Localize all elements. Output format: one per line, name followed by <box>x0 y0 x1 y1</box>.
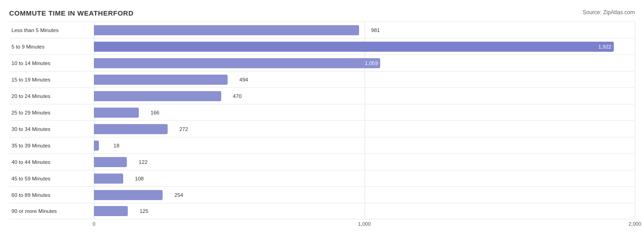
bar-fill: 166 <box>94 108 139 118</box>
grid-line <box>635 88 635 104</box>
bar-fill: 470 <box>94 91 221 101</box>
bar-row: Less than 5 Minutes981 <box>9 22 635 38</box>
x-axis-tick: 0 <box>93 221 95 227</box>
bar-track: 494 <box>94 71 635 87</box>
bar-value: 1,059 <box>365 60 378 66</box>
bar-track: 470 <box>94 88 635 104</box>
bar-value: 166 <box>151 110 159 115</box>
grid-line <box>365 137 365 153</box>
bar-track: 1,922 <box>94 38 635 54</box>
grid-line <box>635 55 635 71</box>
bar-row: 35 to 39 Minutes18 <box>9 137 635 153</box>
bar-track: 166 <box>94 104 635 120</box>
bar-row: 5 to 9 Minutes1,922 <box>9 38 635 54</box>
bar-fill: 122 <box>94 157 127 167</box>
bar-value: 125 <box>140 208 148 214</box>
bar-fill: 272 <box>94 124 168 134</box>
bar-track: 122 <box>94 154 635 170</box>
bar-label: 35 to 39 Minutes <box>9 143 94 148</box>
bar-track: 272 <box>94 121 635 137</box>
bar-value: 254 <box>175 192 183 198</box>
bar-track: 254 <box>94 187 635 203</box>
bar-label: 60 to 89 Minutes <box>9 192 94 198</box>
grid-line <box>365 154 365 170</box>
bar-value: 470 <box>233 93 241 99</box>
bar-label: 5 to 9 Minutes <box>9 44 94 49</box>
x-axis: 01,0002,000 <box>94 221 635 230</box>
grid-line <box>365 121 365 137</box>
chart-title: COMMUTE TIME IN WEATHERFORD <box>9 9 134 17</box>
bar-label: 10 to 14 Minutes <box>9 60 94 66</box>
bar-label: 20 to 24 Minutes <box>9 93 94 99</box>
grid-line <box>635 104 635 120</box>
bar-row: 30 to 34 Minutes272 <box>9 120 635 137</box>
grid-line <box>635 170 635 186</box>
bar-track: 125 <box>94 203 635 219</box>
bar-value: 981 <box>371 27 380 33</box>
grid-line <box>365 203 365 219</box>
grid-line <box>365 104 365 120</box>
chart-source: Source: ZipAtlas.com <box>583 9 635 16</box>
bar-label: 45 to 59 Minutes <box>9 176 94 181</box>
bar-fill: 18 <box>94 141 99 151</box>
bar-row: 45 to 59 Minutes108 <box>9 170 635 186</box>
chart-header: COMMUTE TIME IN WEATHERFORD Source: ZipA… <box>9 9 635 17</box>
bar-row: 90 or more Minutes125 <box>9 203 635 219</box>
bar-row: 10 to 14 Minutes1,059 <box>9 54 635 71</box>
bar-fill: 108 <box>94 174 123 184</box>
bar-track: 981 <box>94 22 635 38</box>
chart-area: Less than 5 Minutes9815 to 9 Minutes1,92… <box>9 22 635 219</box>
bar-row: 25 to 29 Minutes166 <box>9 104 635 120</box>
grid-line <box>635 187 635 203</box>
grid-line <box>635 38 635 54</box>
bar-fill: 981 <box>94 25 359 35</box>
bar-row: 20 to 24 Minutes470 <box>9 87 635 104</box>
bar-row: 15 to 19 Minutes494 <box>9 71 635 87</box>
bar-label: 90 or more Minutes <box>9 208 94 214</box>
bar-track: 1,059 <box>94 55 635 71</box>
grid-line <box>635 137 635 153</box>
chart-container: COMMUTE TIME IN WEATHERFORD Source: ZipA… <box>0 0 644 239</box>
bar-value: 494 <box>240 77 248 82</box>
bar-fill: 254 <box>94 190 163 200</box>
bar-fill: 125 <box>94 206 128 216</box>
bar-label: 40 to 44 Minutes <box>9 159 94 165</box>
grid-line <box>635 71 635 87</box>
bar-value: 122 <box>139 159 147 165</box>
grid-line <box>635 203 635 219</box>
bar-fill: 494 <box>94 75 228 85</box>
x-axis-tick: 1,000 <box>358 221 371 227</box>
grid-line <box>365 88 365 104</box>
bar-fill: 1,922 <box>94 42 614 52</box>
grid-line <box>635 121 635 137</box>
grid-line <box>365 71 365 87</box>
bar-label: 30 to 34 Minutes <box>9 126 94 132</box>
bar-row: 60 to 89 Minutes254 <box>9 186 635 203</box>
grid-line <box>635 22 635 38</box>
grid-line <box>365 187 365 203</box>
bar-label: Less than 5 Minutes <box>9 27 94 33</box>
bar-value: 18 <box>114 143 120 148</box>
bar-label: 25 to 29 Minutes <box>9 110 94 115</box>
bar-row: 40 to 44 Minutes122 <box>9 153 635 170</box>
bar-value: 272 <box>179 126 188 132</box>
grid-line <box>635 154 635 170</box>
bar-label: 15 to 19 Minutes <box>9 77 94 82</box>
bar-track: 18 <box>94 137 635 153</box>
x-axis-tick: 2,000 <box>628 221 641 227</box>
bar-fill: 1,059 <box>94 58 380 68</box>
grid-line <box>365 170 365 186</box>
bar-value: 108 <box>135 176 144 181</box>
bar-track: 108 <box>94 170 635 186</box>
grid-line <box>365 22 365 38</box>
bar-value: 1,922 <box>598 44 611 49</box>
